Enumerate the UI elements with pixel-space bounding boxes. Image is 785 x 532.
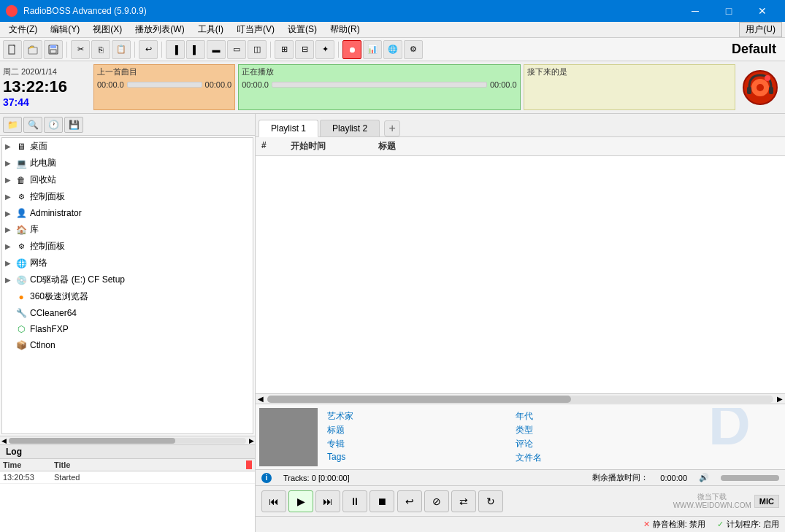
default-label: Default — [732, 42, 782, 57]
hscroll-right[interactable]: ▶ — [248, 437, 255, 444]
transport-skip-btn[interactable]: ⊘ — [424, 490, 449, 512]
menu-bar: 文件(Z) 编辑(Y) 视图(X) 播放列表(W) 工具(I) 叮当声(V) 设… — [0, 22, 785, 38]
desktop-icon: 🖥 — [15, 141, 27, 153]
tree-item-admin[interactable]: ▶ 👤 Administrator — [2, 205, 253, 221]
title-label: 标题 — [327, 424, 504, 436]
pl-scroll-right[interactable]: ▶ — [775, 394, 785, 404]
now-progress-bar[interactable] — [272, 82, 487, 88]
now-time-end: 00:00.0 — [490, 80, 517, 89]
tree-item-cpanel2[interactable]: ▶ ⚙ 控制面板 — [2, 238, 253, 255]
tree-hscrollbar[interactable]: ◀ ▶ — [0, 436, 255, 444]
transport-pause-btn[interactable]: ⏸ — [342, 490, 367, 512]
now-time-start: 00:00.0 — [242, 80, 269, 89]
menu-view[interactable]: 视图(X) — [87, 22, 128, 37]
transport-secondary-group: ↩ ⊘ ⇄ ↻ — [397, 490, 503, 512]
transport-forward-btn[interactable]: ⏭ — [315, 490, 340, 512]
tb-paste-button[interactable]: 📋 — [112, 40, 131, 59]
watermark-text: 微当下载 WWW.WEIDOWN.COM — [673, 493, 751, 510]
transport-stop-btn[interactable]: ⏹ — [369, 490, 394, 512]
menu-jingle[interactable]: 叮当声(V) — [231, 22, 280, 37]
tree-item-desktop[interactable]: ▶ 🖥 桌面 — [2, 138, 253, 155]
transport-repeat-btn[interactable]: ↩ — [397, 490, 422, 512]
hscroll-left[interactable]: ◀ — [0, 437, 7, 444]
playlist-scrollbar[interactable]: ◀ ▶ — [256, 393, 785, 404]
tree-item-cpanel[interactable]: ▶ ⚙ 控制面板 — [2, 188, 253, 205]
tb-btn2[interactable]: ▌ — [186, 40, 205, 59]
menu-file[interactable]: 文件(Z) — [3, 22, 43, 37]
mic-button[interactable]: MIC — [754, 495, 779, 508]
tree-label-admin: Administrator — [30, 208, 82, 218]
tree-item-computer[interactable]: ▶ 💻 此电脑 — [2, 155, 253, 171]
tb-cut-button[interactable]: ✂ — [71, 40, 90, 59]
tb-save-button[interactable] — [44, 40, 63, 59]
pl-scroll-left[interactable]: ◀ — [256, 394, 266, 404]
browser-search-btn[interactable]: 🔍 — [23, 117, 42, 133]
playlist-col-num: # — [261, 140, 291, 153]
mic-area: 微当下载 WWW.WEIDOWN.COM MIC — [673, 493, 779, 510]
svg-point-7 — [757, 84, 764, 91]
tb-btn4[interactable]: ▭ — [227, 40, 246, 59]
tree-label-fxp: FlashFXP — [30, 324, 69, 334]
now-label: 正在播放 — [239, 65, 519, 79]
prev-time-start: 00:00.0 — [97, 80, 124, 89]
tree-item-network[interactable]: ▶ 🌐 网络 — [2, 255, 253, 271]
maximize-button[interactable]: □ — [712, 0, 746, 22]
trash-icon: 🗑 — [15, 174, 27, 186]
svg-rect-8 — [747, 87, 751, 94]
tb-open-button[interactable] — [23, 40, 42, 59]
tree-item-flashfxp[interactable]: ▶ ⬡ FlashFXP — [2, 321, 253, 337]
tab-playlist2[interactable]: Playlist 2 — [320, 120, 380, 136]
browser-folder-btn[interactable]: 📁 — [3, 117, 22, 133]
player-next-block: 接下来的是 — [524, 64, 735, 110]
transport-rewind-btn[interactable]: ⏮ — [261, 490, 286, 512]
transport-refresh-btn[interactable]: ↻ — [478, 490, 503, 512]
browser-settings-btn[interactable]: 💾 — [64, 117, 83, 133]
tree-item-ccleaner[interactable]: ▶ 🔧 CCleaner64 — [2, 305, 253, 321]
tb-btn7[interactable]: ⊟ — [295, 40, 314, 59]
remaining-value: 0:00:00 — [660, 474, 687, 482]
user-button[interactable]: 用户(U) — [739, 22, 782, 37]
tab-playlist1[interactable]: Playlist 1 — [259, 120, 318, 137]
tb-copy-button[interactable]: ⎘ — [91, 40, 110, 59]
tree-item-library[interactable]: ▶ 🏠 库 — [2, 221, 253, 238]
tree-item-trash[interactable]: ▶ 🗑 回收站 — [2, 171, 253, 188]
tb-volume-button[interactable]: 📊 — [363, 40, 382, 59]
tb-undo-button[interactable]: ↩ — [139, 40, 158, 59]
tree-expand-cpanel: ▶ — [5, 193, 14, 201]
menu-tools[interactable]: 工具(I) — [192, 22, 229, 37]
tree-item-ctlnon[interactable]: ▶ 📦 Ctlnon — [2, 337, 253, 353]
minimize-button[interactable]: ─ — [678, 0, 712, 22]
tree-item-360browser[interactable]: ▶ ● 360极速浏览器 — [2, 288, 253, 305]
tree-item-cd[interactable]: ▶ 💿 CD驱动器 (E:) CF Setup — [2, 271, 253, 288]
tb-settings-button[interactable]: ⚙ — [404, 40, 423, 59]
library-icon: 🏠 — [15, 224, 27, 236]
log-column-headers: Time Title — [0, 459, 255, 471]
tb-btn5[interactable]: ◫ — [248, 40, 267, 59]
add-playlist-button[interactable]: + — [384, 120, 400, 136]
svg-rect-4 — [50, 50, 56, 53]
tb-web-button[interactable]: 🌐 — [383, 40, 402, 59]
player-section: 周二 2020/1/14 13:22:16 37:44 上一首曲目 00:00.… — [0, 61, 785, 114]
menu-edit[interactable]: 编辑(Y) — [45, 22, 85, 37]
tree-expand-admin: ▶ — [5, 209, 14, 217]
menu-help[interactable]: 帮助(R) — [324, 22, 366, 37]
tree-label-ctl: Ctlnon — [30, 340, 55, 350]
prev-progress-bar[interactable] — [127, 82, 202, 88]
svg-rect-3 — [50, 45, 56, 48]
tb-btn6[interactable]: ⊞ — [275, 40, 294, 59]
tree-expand-desktop: ▶ — [5, 142, 14, 150]
window-controls: ─ □ ✕ — [678, 0, 779, 22]
tb-plus-button[interactable]: ✦ — [315, 40, 334, 59]
close-button[interactable]: ✕ — [746, 0, 779, 22]
tb-btn1[interactable]: ▐ — [166, 40, 185, 59]
tb-btn3[interactable]: ▬ — [207, 40, 226, 59]
volume-slider[interactable] — [721, 475, 779, 481]
menu-playlist[interactable]: 播放列表(W) — [129, 22, 190, 37]
transport-play-btn[interactable]: ▶ — [288, 490, 313, 512]
tb-new-button[interactable] — [3, 40, 22, 59]
browser-history-btn[interactable]: 🕐 — [44, 117, 63, 133]
schedule-label: 计划程序: 启用 — [727, 519, 779, 530]
menu-settings[interactable]: 设置(S) — [282, 22, 323, 37]
tb-record-button[interactable]: ⏺ — [342, 40, 361, 59]
transport-shuffle-btn[interactable]: ⇄ — [451, 490, 476, 512]
